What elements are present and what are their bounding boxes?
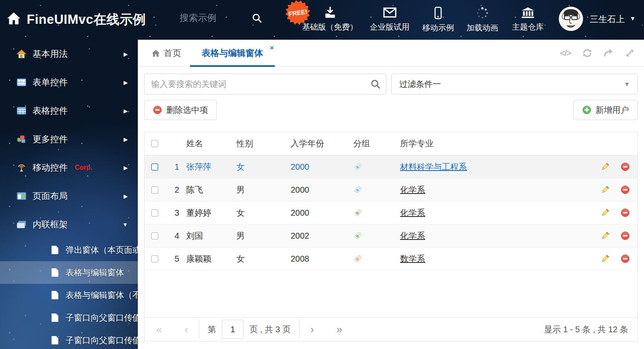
file-icon bbox=[51, 336, 59, 345]
delete-row-icon[interactable] bbox=[621, 254, 630, 263]
filter-dropdown[interactable]: 过滤条件一 ▼ bbox=[391, 74, 638, 94]
select-all-checkbox[interactable] bbox=[151, 140, 158, 147]
row-checkbox[interactable] bbox=[151, 255, 158, 262]
major-link[interactable]: 化学系 bbox=[400, 185, 425, 194]
col-header-name[interactable]: 姓名 bbox=[186, 138, 236, 149]
tab-home[interactable]: 首页 bbox=[152, 40, 181, 66]
grid-icon bbox=[17, 107, 26, 115]
chevron-down-icon: ▼ bbox=[122, 222, 128, 228]
page-label-pre: 第 bbox=[208, 324, 216, 335]
tab-grid-edit-window[interactable]: 表格与编辑窗体 × bbox=[190, 40, 275, 66]
pagination-bar: « ‹ 第 页 , 共 3 页 › » 显示 1 - 5 条 , 共 12 条 bbox=[145, 317, 637, 341]
delete-selected-button[interactable]: 删除选中项 bbox=[144, 100, 217, 120]
edit-pencil-icon[interactable] bbox=[601, 162, 610, 171]
page-label-post: 页 , 共 3 页 bbox=[249, 324, 291, 335]
major-link[interactable]: 化学系 bbox=[400, 208, 425, 217]
active-tab-underline bbox=[190, 65, 275, 67]
refresh-icon[interactable] bbox=[582, 48, 592, 58]
username[interactable]: 三生石上 bbox=[590, 13, 625, 25]
edit-pencil-icon[interactable] bbox=[601, 208, 610, 217]
sidebar-subitem-grid-edit-window[interactable]: 表格与编辑窗体 bbox=[0, 261, 138, 284]
sidebar-item-grid-controls[interactable]: 表格控件 ▶ bbox=[0, 97, 138, 125]
chevron-right-icon: ▶ bbox=[124, 51, 128, 57]
table-row[interactable]: 1 张萍萍 女 2000 材料科学与工程系 bbox=[145, 155, 637, 178]
app-title: FineUIMvc在线示例 bbox=[27, 11, 146, 28]
home-icon bbox=[152, 49, 160, 57]
sidebar-item-form-controls[interactable]: 表单控件 ▶ bbox=[0, 68, 138, 97]
prev-page-button[interactable]: ‹ bbox=[182, 324, 190, 335]
last-page-button[interactable]: » bbox=[334, 324, 345, 335]
cell-gender: 女 bbox=[236, 161, 291, 173]
sidebar-item-more-controls[interactable]: 更多控件 ▶ bbox=[0, 125, 138, 153]
nav-loading-anim[interactable]: 加载动画 bbox=[467, 7, 498, 33]
close-icon[interactable]: × bbox=[270, 44, 274, 52]
keyword-search-box bbox=[144, 74, 386, 94]
sidebar-subitem-child-to-parent-2[interactable]: 子窗口向父窗口传值... bbox=[0, 329, 138, 349]
sidebar-item-page-layout[interactable]: 页面布局 ▶ bbox=[0, 182, 138, 210]
col-header-gender[interactable]: 性别 bbox=[236, 138, 291, 149]
edit-pencil-icon[interactable] bbox=[601, 231, 610, 240]
delete-row-icon[interactable] bbox=[621, 231, 630, 240]
first-page-button[interactable]: « bbox=[154, 324, 165, 335]
edit-pencil-icon[interactable] bbox=[601, 254, 610, 263]
chevron-right-icon: ▶ bbox=[124, 165, 128, 171]
delete-row-icon[interactable] bbox=[621, 185, 630, 194]
col-header-group[interactable]: 分组 bbox=[353, 138, 400, 149]
delete-row-icon[interactable] bbox=[621, 208, 630, 217]
nav-theme-repo[interactable]: 主题仓库 bbox=[512, 7, 544, 33]
bank-icon bbox=[521, 7, 535, 18]
row-checkbox[interactable] bbox=[151, 186, 158, 194]
divider bbox=[199, 320, 199, 339]
home-icon[interactable] bbox=[7, 12, 21, 25]
source-code-icon[interactable]: </> bbox=[560, 48, 571, 58]
antenna-icon bbox=[17, 163, 26, 172]
add-user-button[interactable]: 新增用户 bbox=[573, 100, 638, 120]
layout-icon bbox=[17, 192, 26, 200]
header-search-input[interactable] bbox=[180, 13, 246, 23]
cell-year: 2000 bbox=[291, 162, 353, 172]
phone-icon bbox=[434, 7, 442, 19]
chevron-right-icon: ▶ bbox=[124, 108, 128, 114]
next-page-button[interactable]: › bbox=[308, 324, 316, 335]
sidebar-subitem-child-to-parent[interactable]: 子窗口向父窗口传值 bbox=[0, 306, 138, 329]
cell-gender: 女 bbox=[236, 253, 291, 265]
nav-mobile-demo[interactable]: 移动示例 bbox=[422, 7, 454, 33]
table-row[interactable]: 2 陈飞 男 2000 化学系 bbox=[145, 178, 637, 201]
major-link[interactable]: 化学系 bbox=[400, 231, 425, 240]
table-row[interactable]: 5 康颖颖 女 2008 数学系 bbox=[145, 247, 637, 270]
search-icon[interactable] bbox=[370, 79, 381, 89]
open-new-window-icon[interactable] bbox=[603, 48, 614, 58]
nav-enterprise-trial[interactable]: 企业版试用 bbox=[370, 7, 410, 33]
user-caret-icon[interactable]: ▼ bbox=[630, 15, 636, 22]
tag-icon bbox=[353, 162, 363, 171]
sidebar-subitem-grid-edit-window-2[interactable]: 表格与编辑窗体（不... bbox=[0, 284, 138, 306]
frames-icon bbox=[17, 220, 26, 229]
major-link[interactable]: 数学系 bbox=[400, 254, 425, 263]
expand-icon[interactable] bbox=[625, 48, 635, 58]
major-link[interactable]: 材料科学与工程系 bbox=[400, 162, 467, 171]
delete-row-icon[interactable] bbox=[621, 162, 630, 171]
record-summary: 显示 1 - 5 条 , 共 12 条 bbox=[544, 324, 628, 335]
row-checkbox[interactable] bbox=[151, 163, 158, 171]
page-number-input[interactable] bbox=[222, 320, 243, 339]
col-header-year[interactable]: 入学年份 bbox=[291, 138, 353, 149]
minus-circle-icon bbox=[153, 105, 162, 115]
envelope-icon bbox=[383, 7, 396, 18]
header-search-icon[interactable] bbox=[251, 13, 262, 23]
table-row[interactable]: 3 董婷婷 女 2000 化学系 bbox=[145, 201, 637, 224]
keyword-search-input[interactable] bbox=[144, 74, 386, 94]
sidebar-item-basic-usage[interactable]: 基本用法 ▶ bbox=[0, 40, 138, 68]
nav-basic-free[interactable]: 基础版（免费） bbox=[302, 7, 358, 33]
plus-circle-icon bbox=[582, 105, 591, 115]
row-checkbox[interactable] bbox=[151, 232, 158, 239]
sidebar-subitem-popup-window[interactable]: 弹出窗体（本页面或... bbox=[0, 239, 138, 261]
row-checkbox[interactable] bbox=[151, 209, 158, 217]
table-row[interactable]: 4 刘国 男 2002 化学系 bbox=[145, 224, 637, 247]
edit-pencil-icon[interactable] bbox=[601, 185, 610, 194]
sidebar-item-iframe[interactable]: 内联框架 ▼ bbox=[0, 210, 138, 239]
avatar[interactable] bbox=[559, 7, 583, 31]
file-icon bbox=[51, 245, 59, 255]
filter-dropdown-value: 过滤条件一 bbox=[399, 79, 441, 90]
sidebar-item-mobile-controls[interactable]: 移动控件 Corp. ▶ bbox=[0, 153, 138, 182]
col-header-major[interactable]: 所学专业 bbox=[400, 138, 575, 149]
